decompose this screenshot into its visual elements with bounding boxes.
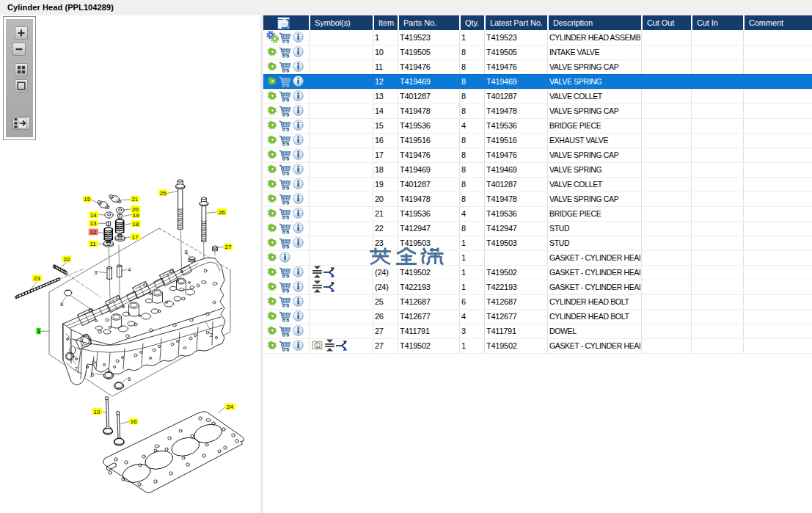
svg-text:17: 17 — [132, 234, 139, 241]
svg-text:13: 13 — [90, 220, 97, 227]
svg-text:5: 5 — [91, 371, 95, 378]
svg-text:3: 3 — [94, 269, 98, 276]
svg-text:26: 26 — [219, 209, 225, 216]
svg-text:21: 21 — [131, 196, 138, 203]
svg-text:6: 6 — [128, 376, 131, 382]
svg-text:27: 27 — [225, 244, 232, 250]
svg-text:2: 2 — [210, 332, 213, 338]
svg-text:25: 25 — [160, 190, 167, 197]
svg-text:22: 22 — [64, 256, 70, 263]
svg-text:16: 16 — [131, 418, 137, 425]
svg-text:12: 12 — [90, 229, 97, 236]
svg-text:1: 1 — [37, 328, 41, 335]
svg-text:8: 8 — [185, 249, 189, 255]
svg-text:11: 11 — [90, 241, 97, 247]
svg-text:23: 23 — [34, 275, 40, 282]
svg-text:10: 10 — [94, 409, 100, 415]
svg-text:15: 15 — [84, 196, 90, 203]
svg-text:14: 14 — [90, 212, 97, 219]
svg-text:24: 24 — [227, 404, 233, 410]
svg-text:7: 7 — [75, 365, 78, 372]
svg-text:8: 8 — [60, 301, 64, 308]
svg-text:18: 18 — [132, 221, 139, 228]
svg-text:19: 19 — [133, 212, 139, 219]
svg-text:4: 4 — [128, 266, 131, 273]
